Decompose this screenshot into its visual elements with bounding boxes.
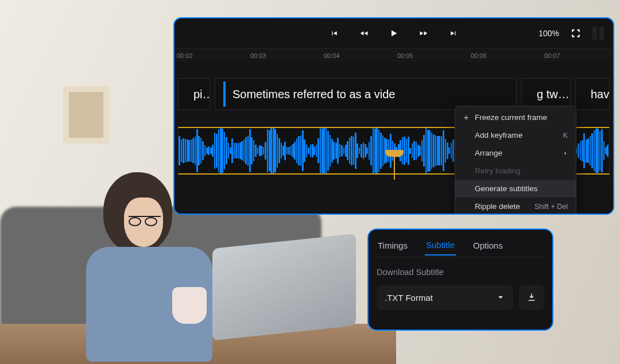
ruler-mark: 00:03 [250, 52, 324, 59]
video-editor-panel: 100% 00:02 00:03 00:04 00:05 00:06 00:07… [173, 17, 614, 215]
ruler-mark: 00:02 [177, 52, 250, 59]
forward-button[interactable] [417, 27, 430, 40]
ctx-add-keyframe[interactable]: Add keyframe K [455, 126, 576, 144]
zoom-level[interactable]: 100% [538, 29, 559, 38]
subtitle-clip-text: g tw… [537, 88, 569, 101]
mug [172, 287, 207, 324]
ctx-shortcut: K [563, 131, 568, 140]
download-icon [526, 292, 537, 303]
laptop [212, 234, 356, 340]
ruler-mark: 00:07 [544, 52, 614, 59]
ctx-generate-subtitles[interactable]: Generate subtitles [455, 180, 576, 198]
ctx-freeze-frame[interactable]: Freeze current frame [455, 109, 576, 126]
tab-timings[interactable]: Timings [377, 236, 409, 255]
clip-handle-icon[interactable] [223, 82, 226, 107]
ruler-mark: 00:04 [324, 52, 397, 59]
ctx-label: Ripple delete [475, 202, 520, 211]
transport-bar: 100% [175, 18, 613, 48]
subtitle-clip-text: Sometimes referred to as a vide [232, 88, 395, 101]
ctx-label: Generate subtitles [475, 184, 538, 193]
format-select[interactable]: .TXT Format [377, 285, 513, 310]
ruler-mark: 00:06 [471, 52, 544, 59]
skip-start-button[interactable] [328, 27, 340, 40]
playhead[interactable] [394, 153, 395, 180]
plus-icon [462, 114, 470, 122]
fullscreen-button[interactable] [569, 27, 582, 40]
wall-frame [63, 86, 109, 144]
subtitle-panel: Timings Subtitle Options Download Subtit… [367, 229, 553, 331]
ctx-label: Arrange [475, 149, 502, 157]
skip-end-button[interactable] [447, 27, 460, 40]
rewind-button[interactable] [358, 27, 370, 40]
ctx-ripple-delete[interactable]: Ripple delete Shift + Del [455, 198, 576, 215]
download-subtitle-label: Download Subtitle [377, 268, 544, 277]
ruler-mark: 00:05 [397, 52, 471, 59]
subtitle-clip-text: pi… [193, 88, 210, 101]
play-button[interactable] [388, 27, 400, 40]
subtitle-tabs: Timings Subtitle Options [377, 234, 544, 257]
download-button[interactable] [519, 285, 544, 310]
format-selected-value: .TXT Format [385, 293, 433, 303]
tab-options[interactable]: Options [472, 236, 504, 255]
tab-subtitle[interactable]: Subtitle [425, 235, 456, 255]
context-menu: Freeze current frame Add keyframe K Arra… [455, 106, 576, 215]
ctx-label: Freeze current frame [475, 113, 547, 122]
subtitle-clip[interactable]: hav [575, 78, 610, 110]
ctx-label: Retry loading [475, 166, 521, 175]
ctx-retry-loading: Retry loading [455, 162, 576, 180]
subtitle-clip-text: hav [591, 88, 609, 101]
ctx-arrange[interactable]: Arrange [455, 144, 576, 162]
ctx-shortcut: Shift + Del [534, 203, 568, 211]
chevron-right-icon [563, 150, 568, 156]
ctx-label: Add keyframe [475, 131, 522, 140]
timeline-ruler[interactable]: 00:02 00:03 00:04 00:05 00:06 00:07 [175, 48, 613, 62]
panel-toggle-icon[interactable] [592, 27, 604, 40]
chevron-down-icon [496, 293, 505, 302]
timeline-tracks[interactable]: pi… Sometimes referred to as a vide g tw… [175, 62, 613, 214]
subtitle-clip[interactable]: pi… [178, 78, 210, 110]
